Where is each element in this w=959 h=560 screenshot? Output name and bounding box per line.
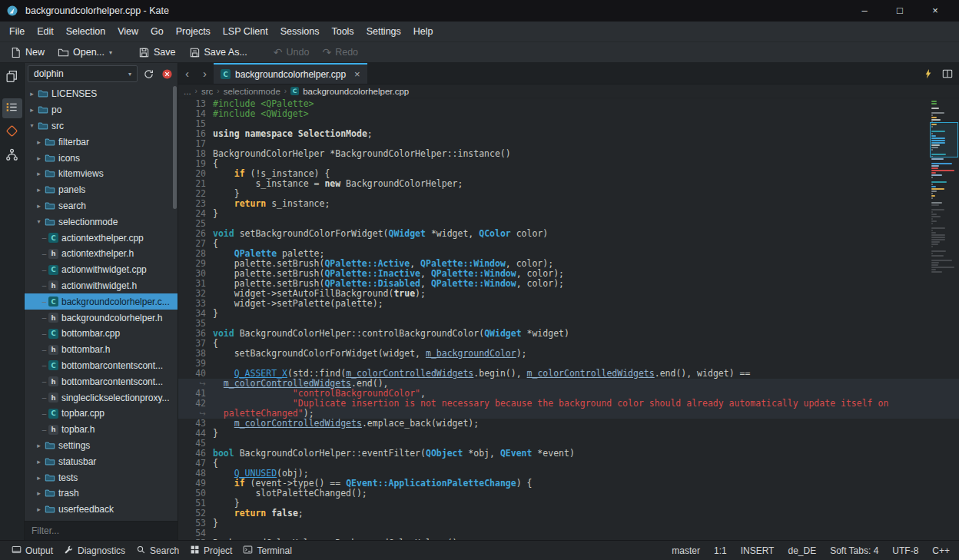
chevron-down-icon[interactable]: ▾ [35,218,43,225]
tree-item-backgroundcolorhelper-c[interactable]: –Cbackgroundcolorhelper.c... [25,293,178,310]
chevron-right-icon[interactable]: ▸ [35,489,43,497]
menu-edit[interactable]: Edit [31,22,60,42]
quick-actions-bolt-icon[interactable] [921,66,936,81]
tree-item-actiontexthelper-h[interactable]: –hactiontexthelper.h [25,246,178,262]
statusbar-terminal-button[interactable]: Terminal [237,545,297,557]
tree-item-src[interactable]: ▾src [25,118,178,134]
toolview-documents-button[interactable] [2,68,22,88]
menu-selection[interactable]: Selection [60,22,111,42]
minimap[interactable] [931,101,957,273]
statusbar-master[interactable]: master [668,545,700,556]
breadcrumb-item-[interactable]: ... [184,87,191,96]
code-line[interactable]: 52 return false; [178,509,959,519]
code-line[interactable]: 34} [178,309,959,319]
tree-item-backgroundcolorhelper-h[interactable]: –hbackgroundcolorhelper.h [25,310,178,326]
code-line[interactable]: 24} [178,209,959,219]
tree-item-tests[interactable]: ▸tests [25,469,178,485]
code-line[interactable]: 44} [178,429,959,439]
back-button[interactable]: ‹ [178,63,196,84]
undo-button[interactable]: ↶Undo [268,45,315,60]
tree-item-bottombar-cpp[interactable]: –Cbottombar.cpp [25,326,178,342]
menu-settings[interactable]: Settings [360,22,407,42]
code-line[interactable]: 14#include <QWidget> [178,109,959,119]
minimap-viewport[interactable] [930,122,958,157]
tree-item-bottombar-h[interactable]: –hbottombar.h [25,342,178,358]
tree-item-settings[interactable]: ▸settings [25,438,178,454]
menu-view[interactable]: View [111,22,144,42]
breadcrumb-item-backgroundcolorhelper-cpp[interactable]: backgroundcolorhelper.cpp [303,87,409,96]
toolview-projects-button[interactable] [2,98,22,118]
tree-item-bottombarcontentscont[interactable]: –hbottombarcontentscont... [25,373,178,389]
redo-button[interactable]: ↷Redo [317,45,363,60]
chevron-right-icon[interactable]: ▸ [35,458,43,466]
code-editor[interactable]: 13#include <QPalette>14#include <QWidget… [178,98,959,540]
refresh-button[interactable] [141,66,156,81]
code-line[interactable]: 26void setBackgroundColorForWidget(QWidg… [178,229,959,239]
statusbar-insert[interactable]: INSERT [741,545,775,556]
statusbar-output-button[interactable]: Output [6,545,58,557]
tree-item-licenses[interactable]: ▸LICENSES [25,86,178,102]
code-line[interactable]: 36void BackgroundColorHelper::controlBac… [178,329,959,339]
tab-close-icon[interactable]: × [354,68,360,80]
code-line[interactable]: 46bool BackgroundColorHelper::eventFilte… [178,449,959,459]
split-view-button[interactable] [940,66,955,81]
code-line[interactable]: 33 widget->setPalette(palette); [178,299,959,309]
menu-tools[interactable]: Tools [325,22,360,42]
chevron-right-icon[interactable]: ▸ [28,106,36,114]
toolview-symbols-button[interactable] [2,146,22,166]
code-line[interactable]: 53} [178,519,959,529]
statusbar-utf-8[interactable]: UTF-8 [892,545,918,556]
tree-item-actionwithwidget-cpp[interactable]: –Cactionwithwidget.cpp [25,262,178,278]
chevron-right-icon[interactable]: ▸ [35,202,43,210]
tree-item-topbar-cpp[interactable]: –Ctopbar.cpp [25,406,178,422]
tree-item-filterbar[interactable]: ▸filterbar [25,134,178,150]
save-as-button[interactable]: Save As... [184,45,253,61]
statusbar-project-button[interactable]: Project [184,545,237,557]
new-button[interactable]: New [5,45,50,61]
code-line[interactable]: 18BackgroundColorHelper *BackgroundColor… [178,149,959,159]
tab-backgroundcolorhelper[interactable]: C backgroundcolorhelper.cpp × [214,63,367,84]
tree-item-bottombarcontentscont[interactable]: –Cbottombarcontentscont... [25,358,178,374]
close-project-button[interactable] [159,66,174,81]
code-line[interactable]: 43 m_colorControlledWidgets.emplace_back… [178,419,959,429]
line-number[interactable]: 55 [178,538,213,540]
forward-button[interactable]: › [196,63,214,84]
maximize-button[interactable]: □ [882,0,918,22]
tree-item-po[interactable]: ▸po [25,102,178,118]
tree-item-singleclickselectionproxy[interactable]: –hsingleclickselectionproxy... [25,389,178,406]
save-button[interactable]: Save [133,45,181,61]
menu-lsp-client[interactable]: LSP Client [217,22,274,42]
chevron-right-icon[interactable]: ▸ [35,186,43,194]
chevron-right-icon[interactable]: ▸ [35,154,43,162]
toolview-git-button[interactable] [2,122,22,142]
tree-item-kitemviews[interactable]: ▸kitemviews [25,166,178,182]
menu-help[interactable]: Help [407,22,440,42]
code-line[interactable]: 23 return s_instance; [178,199,959,209]
open-button[interactable]: Open...▾ [52,45,118,61]
code-line[interactable]: 55BackgroundColorHelper::BackgroundColor… [178,538,959,540]
statusbar-c[interactable]: C++ [932,545,950,556]
menu-sessions[interactable]: Sessions [274,22,326,42]
menu-file[interactable]: File [3,22,31,42]
tree-item-trash[interactable]: ▸trash [25,485,178,502]
chevron-down-icon[interactable]: ▾ [28,122,36,129]
tree-scrollbar[interactable] [173,86,177,209]
statusbar-1-1[interactable]: 1:1 [714,545,727,556]
menu-go[interactable]: Go [144,22,170,42]
project-selector[interactable]: dolphin ▾ [28,65,138,82]
breadcrumb-item-selectionmode[interactable]: selectionmode [224,87,280,96]
code-line[interactable]: 21 s_instance = new BackgroundColorHelpe… [178,179,959,189]
code-line[interactable]: 16using namespace SelectionMode; [178,129,959,139]
statusbar-soft-tabs-4[interactable]: Soft Tabs: 4 [830,545,878,556]
chevron-right-icon[interactable]: ▸ [28,90,36,98]
tree-item-panels[interactable]: ▸panels [25,182,178,198]
tree-item-actionwithwidget-h[interactable]: –hactionwithwidget.h [25,278,178,294]
chevron-right-icon[interactable]: ▸ [35,138,43,146]
statusbar-de-de[interactable]: de_DE [788,545,816,556]
minimize-button[interactable]: – [847,0,882,22]
tree-item-icons[interactable]: ▸icons [25,150,178,166]
close-button[interactable]: × [918,0,953,22]
chevron-right-icon[interactable]: ▸ [35,170,43,177]
tree-item-search[interactable]: ▸search [25,198,178,214]
tree-item-userfeedback[interactable]: ▸userfeedback [25,502,178,518]
